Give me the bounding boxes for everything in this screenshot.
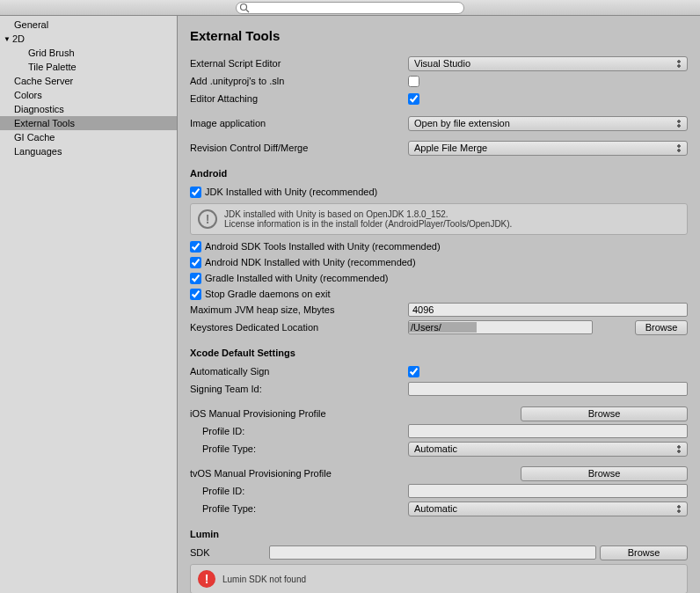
gradle-checkbox[interactable] [190, 273, 201, 284]
sidebar-item-languages[interactable]: Languages [0, 144, 177, 158]
editor-attaching-checkbox[interactable] [408, 93, 419, 105]
lumin-error: ! Lumin SDK not found [190, 564, 688, 593]
content: External Tools External Script Editor Vi… [178, 16, 700, 593]
info-icon: ! [198, 209, 217, 229]
team-label: Signing Team Id: [190, 384, 408, 394]
stop-gradle-checkbox[interactable] [190, 289, 201, 300]
jvm-input[interactable] [408, 303, 688, 317]
keystore-input[interactable]: /Users/ [408, 320, 593, 334]
keystore-browse-button[interactable]: Browse [635, 320, 688, 335]
xcode-heading: Xcode Default Settings [190, 348, 688, 358]
revision-select[interactable]: Apple File Merge [408, 141, 688, 156]
sidebar-item-2d[interactable]: 2D [0, 32, 177, 46]
autosign-label: Automatically Sign [190, 366, 408, 377]
tvos-browse-button[interactable]: Browse [521, 466, 688, 481]
sidebar-item-colors[interactable]: Colors [0, 88, 177, 102]
jdk-info-line1: JDK installed with Unity is based on Ope… [224, 209, 512, 219]
topbar [0, 0, 700, 16]
team-input[interactable] [408, 382, 688, 396]
ios-profile-id-label: Profile ID: [190, 426, 408, 436]
ios-profile-type-label: Profile Type: [190, 443, 408, 454]
jdk-info: ! JDK installed with Unity is based on O… [190, 203, 688, 235]
lumin-browse-button[interactable]: Browse [600, 545, 688, 560]
add-unityproj-checkbox[interactable] [408, 76, 419, 87]
add-unityproj-label: Add .unityproj's to .sln [190, 76, 408, 86]
script-editor-label: External Script Editor [190, 58, 408, 69]
sdk-checkbox[interactable] [190, 241, 201, 253]
tvos-profile-type-label: Profile Type: [190, 503, 408, 514]
sdk-label: Android SDK Tools Installed with Unity (… [205, 241, 441, 252]
jdk-label: JDK Installed with Unity (recommended) [205, 187, 377, 197]
tvos-profile-id-input[interactable] [408, 484, 688, 498]
tvos-heading: tvOS Manual Provisioning Profile [190, 468, 517, 479]
script-editor-select[interactable]: Visual Studio [408, 56, 688, 71]
search-input[interactable] [236, 2, 464, 14]
ndk-label: Android NDK Installed with Unity (recomm… [205, 257, 416, 267]
tvos-profile-type-select[interactable]: Automatic [408, 501, 688, 516]
autosign-checkbox[interactable] [408, 366, 419, 377]
error-icon: ! [198, 570, 215, 588]
lumin-heading: Lumin [190, 529, 688, 539]
gradle-label: Gradle Installed with Unity (recommended… [205, 273, 388, 283]
sidebar-item-grid-brush[interactable]: Grid Brush [0, 46, 177, 60]
image-app-label: Image application [190, 118, 408, 128]
stop-gradle-label: Stop Gradle daemons on exit [205, 289, 330, 299]
editor-attaching-label: Editor Attaching [190, 93, 408, 104]
sidebar: General 2D Grid Brush Tile Palette Cache… [0, 16, 178, 593]
lumin-sdk-input[interactable] [269, 545, 596, 560]
sidebar-item-diagnostics[interactable]: Diagnostics [0, 102, 177, 116]
ndk-checkbox[interactable] [190, 257, 201, 268]
ios-profile-id-input[interactable] [408, 424, 688, 438]
android-heading: Android [190, 168, 688, 179]
lumin-sdk-label: SDK [190, 547, 269, 558]
jdk-checkbox[interactable] [190, 187, 201, 198]
revision-label: Revision Control Diff/Merge [190, 143, 408, 153]
image-app-select[interactable]: Open by file extension [408, 116, 688, 131]
sidebar-item-gi-cache[interactable]: GI Cache [0, 130, 177, 144]
lumin-error-text: Lumin SDK not found [222, 575, 306, 584]
keystore-label: Keystores Dedicated Location [190, 322, 408, 333]
page-title: External Tools [190, 28, 688, 43]
sidebar-item-cache-server[interactable]: Cache Server [0, 74, 177, 88]
sidebar-item-external-tools[interactable]: External Tools [0, 116, 177, 130]
ios-browse-button[interactable]: Browse [521, 406, 688, 421]
sidebar-item-general[interactable]: General [0, 18, 177, 32]
tvos-profile-id-label: Profile ID: [190, 486, 408, 496]
ios-heading: iOS Manual Provisioning Profile [190, 408, 517, 419]
ios-profile-type-select[interactable]: Automatic [408, 442, 688, 457]
jdk-info-line2: License information is in the install fo… [224, 219, 512, 229]
jvm-label: Maximum JVM heap size, Mbytes [190, 304, 408, 315]
sidebar-item-tile-palette[interactable]: Tile Palette [0, 60, 177, 74]
